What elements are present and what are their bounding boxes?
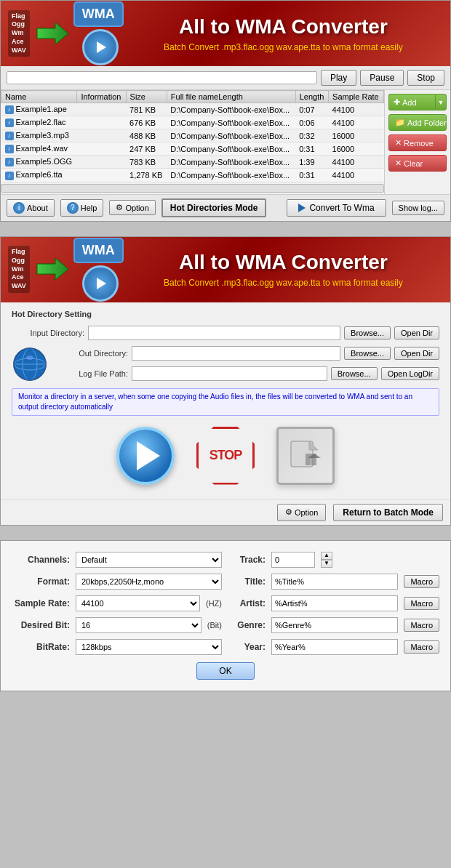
header-banner: Flag Ogg Wm Ace WAV WMA	[1, 1, 450, 66]
track-spinner[interactable]: ▲ ▼	[321, 552, 332, 568]
option-button-2[interactable]: ⚙ Option	[277, 504, 326, 521]
add-folder-button[interactable]: 📁 Add Folder	[388, 114, 447, 131]
artist-macro-button[interactable]: Macro	[404, 597, 439, 610]
app-title: All to WMA Converter	[124, 15, 443, 39]
settings-section: Channels: Default Format: 20kbps,22050Hz…	[0, 540, 451, 691]
hot-export-button[interactable]	[276, 427, 335, 485]
export-icon	[287, 438, 324, 474]
hot-directory-section: Flag Ogg Wm Ace WAV WMA All to WMA Conve…	[0, 236, 451, 526]
format-stack: Flag Ogg Wm Ace WAV	[8, 10, 30, 57]
cell-info	[77, 103, 126, 116]
play-circle-logo-2	[82, 265, 119, 302]
cell-info	[77, 156, 126, 169]
horizontal-scrollbar[interactable]	[1, 184, 384, 193]
title-macro-button[interactable]: Macro	[404, 575, 439, 588]
pause-button[interactable]: Pause	[360, 70, 404, 86]
help-button[interactable]: ? Help	[60, 199, 104, 217]
info-icon: i	[13, 202, 25, 214]
col-path: Full file nameLength	[167, 91, 295, 103]
table-row[interactable]: ♪Example5.OGG 783 KB D:\Company-Soft\boo…	[1, 156, 384, 169]
add-dropdown-button[interactable]: ▼	[435, 94, 447, 110]
stop-button[interactable]: Stop	[407, 70, 444, 86]
col-length: Length	[295, 91, 328, 103]
genre-macro-button[interactable]: Macro	[404, 619, 439, 632]
log-opendir-button[interactable]: Open LogDir	[381, 367, 439, 380]
hot-directories-button[interactable]: Hot Directories Mode	[161, 198, 267, 217]
format-select[interactable]: 20kbps,22050Hz,mono	[76, 574, 222, 590]
return-batch-button[interactable]: Return to Batch Mode	[333, 504, 443, 521]
batch-mode-section: Flag Ogg Wm Ace WAV WMA	[0, 0, 451, 222]
wma-badge-2: WMA	[73, 238, 124, 263]
sample-rate-select[interactable]: 44100	[76, 595, 200, 611]
input-browse-button[interactable]: Browse...	[344, 326, 391, 339]
track-input[interactable]	[271, 552, 315, 568]
format-row: Format: 20kbps,22050Hz,mono	[12, 574, 222, 590]
svg-marker-9	[309, 441, 318, 450]
bitrate-select[interactable]: 128kbps	[76, 639, 222, 655]
table-row[interactable]: ♪Example2.flac 676 KB D:\Company-Soft\bo…	[1, 116, 384, 129]
out-dir-field[interactable]	[132, 346, 340, 361]
about-button[interactable]: i About	[7, 199, 55, 217]
out-opendir-button[interactable]: Open Dir	[394, 347, 439, 360]
cell-path: D:\Company-Soft\book-exe\Box...	[167, 129, 295, 142]
hot-play-button[interactable]	[116, 427, 175, 485]
desired-bit-select[interactable]: 16	[76, 617, 201, 633]
track-row: Track: ▲ ▼	[229, 552, 439, 568]
file-list-section: Name Information Size Full file nameLeng…	[1, 90, 450, 194]
table-row[interactable]: ♪Example4.wav 247 KB D:\Company-Soft\boo…	[1, 142, 384, 156]
year-row: Year: Macro	[229, 639, 439, 655]
ok-button[interactable]: OK	[196, 662, 254, 680]
track-down-button[interactable]: ▼	[321, 560, 332, 568]
title-input[interactable]	[271, 574, 398, 590]
year-macro-button[interactable]: Macro	[404, 640, 439, 654]
cell-size: 1,278 KB	[126, 169, 167, 182]
settings-right-column: Track: ▲ ▼ Title: Macro Artist: Macro	[229, 552, 439, 655]
add-split-button[interactable]: ✚ Add ▼	[388, 94, 447, 110]
input-dir-label: Input Directory:	[12, 329, 84, 337]
play-button[interactable]: Play	[321, 70, 356, 86]
globe-icon	[12, 346, 48, 382]
cell-sample: 44100	[329, 169, 384, 182]
cell-path: D:\Company-Soft\book-exe\Box...	[167, 156, 295, 169]
out-browse-button[interactable]: Browse...	[344, 347, 391, 360]
input-opendir-button[interactable]: Open Dir	[394, 326, 439, 339]
log-browse-button[interactable]: Browse...	[331, 367, 378, 380]
add-button[interactable]: ✚ Add	[388, 94, 435, 110]
track-up-button[interactable]: ▲	[321, 552, 332, 560]
show-log-button[interactable]: Show log...	[392, 201, 444, 215]
table-row[interactable]: ♪Example1.ape 781 KB D:\Company-Soft\boo…	[1, 103, 384, 116]
clear-button[interactable]: ✕ Clear	[388, 155, 447, 172]
input-dir-row: Input Directory: Browse... Open Dir	[12, 326, 439, 340]
channels-select[interactable]: Default	[76, 552, 222, 568]
log-file-field[interactable]	[132, 366, 327, 381]
cell-length: 1:39	[295, 156, 328, 169]
info-text: Monitor a directory in a server, when so…	[12, 388, 439, 416]
table-row[interactable]: ♪Example3.mp3 488 KB D:\Company-Soft\boo…	[1, 129, 384, 142]
cell-sample: 16000	[329, 129, 384, 142]
title-label: Title:	[229, 576, 266, 587]
cell-info	[77, 169, 126, 182]
input-dir-field[interactable]	[88, 326, 340, 340]
artist-row: Artist: Macro	[229, 595, 439, 611]
stop-text: STOP	[209, 448, 242, 463]
cell-name: ♪Example1.ape	[1, 103, 77, 116]
cell-sample: 44100	[329, 103, 384, 116]
option-button-1[interactable]: ⚙ Option	[109, 200, 155, 215]
gap-1	[0, 229, 451, 236]
svg-marker-0	[37, 23, 68, 44]
cell-info	[77, 129, 126, 142]
table-row[interactable]: ♪Example6.tta 1,278 KB D:\Company-Soft\b…	[1, 169, 384, 182]
add-icon: ✚	[394, 97, 400, 107]
year-input[interactable]	[271, 639, 398, 655]
app-title-2: All to WMA Converter	[124, 251, 443, 274]
sample-rate-row: Sample Rate: 44100 (HZ)	[12, 595, 222, 611]
play-circle-logo	[82, 29, 119, 65]
hot-stop-button[interactable]: STOP	[196, 427, 255, 485]
artist-input[interactable]	[271, 595, 398, 611]
format-stack-2: Flag Ogg Wm Ace WAV	[8, 246, 30, 292]
cell-info	[77, 142, 126, 156]
convert-button[interactable]: Convert To Wma	[287, 199, 386, 217]
genre-input[interactable]	[271, 617, 398, 633]
genre-row: Genre: Macro	[229, 617, 439, 633]
remove-button[interactable]: ✕ Remove	[388, 134, 447, 151]
